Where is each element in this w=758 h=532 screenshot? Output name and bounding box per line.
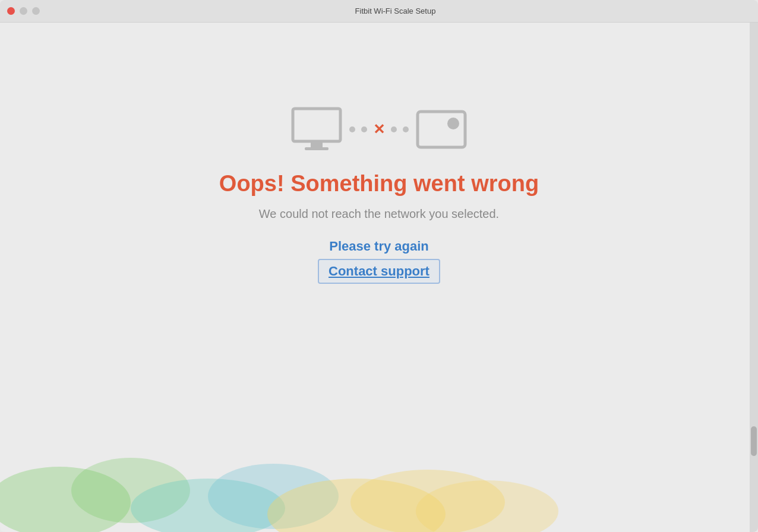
connector: ✕ <box>349 121 409 138</box>
svg-rect-3 <box>418 112 465 147</box>
scrollbar-thumb[interactable] <box>751 426 757 456</box>
dot-2 <box>361 126 367 132</box>
error-subtext: We could not reach the network you selec… <box>259 207 499 221</box>
traffic-lights <box>7 7 40 15</box>
bottom-scene: ⚙ 🚴 <box>0 366 758 532</box>
minimize-button[interactable] <box>20 7 27 15</box>
dot-4 <box>403 126 409 132</box>
svg-rect-1 <box>311 142 323 147</box>
maximize-button[interactable] <box>32 7 40 15</box>
scrollbar[interactable] <box>750 23 758 532</box>
close-button[interactable] <box>7 7 15 15</box>
svg-point-4 <box>447 118 459 129</box>
app-window: Fitbit Wi-Fi Scale Setup <box>0 0 758 532</box>
scale-icon <box>415 106 468 153</box>
x-mark-icon: ✕ <box>373 121 385 138</box>
monitor-icon <box>290 106 343 153</box>
illustration-row: ✕ <box>290 106 468 153</box>
error-heading: Oops! Something went wrong <box>219 171 539 197</box>
title-bar: Fitbit Wi-Fi Scale Setup <box>0 0 758 23</box>
contact-support-link[interactable]: Contact support <box>318 259 440 284</box>
dot-1 <box>349 126 355 132</box>
dot-3 <box>391 126 397 132</box>
try-again-link[interactable]: Please try again <box>329 239 429 254</box>
main-content: ✕ Oops! Something went wrong We could no… <box>0 23 758 532</box>
svg-rect-0 <box>293 109 340 141</box>
window-title: Fitbit Wi-Fi Scale Setup <box>40 7 751 15</box>
svg-rect-2 <box>305 147 329 150</box>
error-section: ✕ Oops! Something went wrong We could no… <box>219 106 539 284</box>
